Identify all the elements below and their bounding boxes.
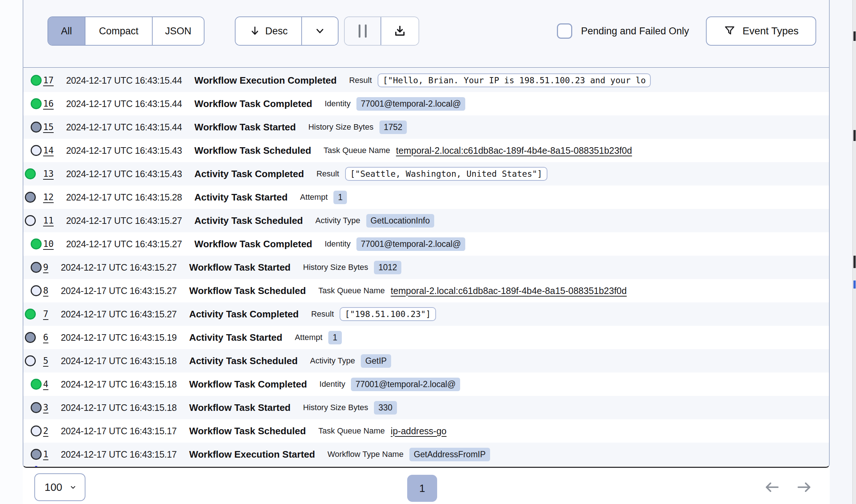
event-name: Workflow Task Started xyxy=(189,402,291,413)
event-row[interactable]: 6 2024-12-17 UTC 16:43:15.19 Activity Ta… xyxy=(23,326,829,349)
event-row[interactable]: 4 2024-12-17 UTC 16:43:15.18 Workflow Ta… xyxy=(23,373,829,396)
event-attribute-value: GetAddressFromIP xyxy=(409,448,490,461)
event-status-dot xyxy=(31,449,42,460)
event-id-link[interactable]: 8 xyxy=(43,286,48,296)
view-mode-segmented-control: All Compact JSON xyxy=(47,16,205,46)
event-id-link[interactable]: 7 xyxy=(43,309,48,319)
event-attribute-value[interactable]: temporal-2.local:c61db8ac-189f-4b4e-8a15… xyxy=(396,145,632,156)
event-status-dot xyxy=(31,98,42,109)
event-attribute-value[interactable]: temporal-2.local:c61db8ac-189f-4b4e-8a15… xyxy=(391,286,627,296)
event-name: Workflow Task Completed xyxy=(194,238,312,250)
event-timestamp: 2024-12-17 UTC 16:43:15.18 xyxy=(61,402,176,413)
event-status-dot xyxy=(31,145,42,156)
tab-all[interactable]: All xyxy=(48,17,85,45)
event-name: Activity Task Scheduled xyxy=(189,355,298,367)
event-history-toolbar: All Compact JSON Desc xyxy=(23,0,829,68)
event-id-link[interactable]: 5 xyxy=(43,356,48,366)
filter-funnel-icon xyxy=(723,25,736,37)
event-id-link[interactable]: 10 xyxy=(43,239,54,249)
sort-order-control: Desc xyxy=(235,16,339,46)
tab-compact[interactable]: Compact xyxy=(85,17,152,45)
sort-options-dropdown-button[interactable] xyxy=(301,17,338,45)
event-row[interactable]: 2 2024-12-17 UTC 16:43:15.17 Workflow Ta… xyxy=(23,419,829,443)
event-row[interactable]: 16 2024-12-17 UTC 16:43:15.44 Workflow T… xyxy=(23,92,829,115)
event-row[interactable]: 7 2024-12-17 UTC 16:43:15.27 Activity Ta… xyxy=(23,302,829,326)
event-status-dot xyxy=(31,425,42,436)
event-attribute-value: ["Hello, Brian. Your IP is 198.51.100.23… xyxy=(378,73,651,87)
event-row[interactable]: 8 2024-12-17 UTC 16:43:15.27 Workflow Ta… xyxy=(23,279,829,302)
page-right-panel xyxy=(830,0,856,504)
event-status-dot xyxy=(31,402,42,413)
next-page-icon[interactable] xyxy=(795,478,813,496)
event-timestamp: 2024-12-17 UTC 16:43:15.18 xyxy=(61,356,176,366)
event-id-link[interactable]: 17 xyxy=(43,75,54,85)
event-attribute-label: Task Queue Name xyxy=(318,286,385,295)
event-timestamp: 2024-12-17 UTC 16:43:15.43 xyxy=(66,145,182,156)
event-attribute-value: ["198.51.100.23"] xyxy=(340,307,436,321)
event-attribute-label: Result xyxy=(311,309,334,319)
event-row[interactable]: 3 2024-12-17 UTC 16:43:15.18 Workflow Ta… xyxy=(23,396,829,419)
scrollbar-track[interactable] xyxy=(852,0,856,504)
event-timestamp: 2024-12-17 UTC 16:43:15.44 xyxy=(66,99,182,109)
pause-download-control xyxy=(344,16,419,46)
pending-failed-label: Pending and Failed Only xyxy=(581,26,689,37)
event-types-label: Event Types xyxy=(742,25,799,37)
pause-button[interactable] xyxy=(345,17,381,45)
download-button[interactable] xyxy=(381,17,419,45)
previous-page-icon[interactable] xyxy=(763,478,781,496)
event-name: Activity Task Started xyxy=(189,332,282,343)
event-attribute-value: 1 xyxy=(333,191,347,204)
event-id-link[interactable]: 3 xyxy=(43,402,48,413)
event-timestamp: 2024-12-17 UTC 16:43:15.43 xyxy=(66,169,182,179)
current-page-button[interactable]: 1 xyxy=(407,475,437,502)
event-id-link[interactable]: 2 xyxy=(43,426,48,436)
page-size-select[interactable]: 100 xyxy=(34,473,85,501)
event-name: Workflow Task Scheduled xyxy=(189,425,306,437)
event-name: Workflow Execution Started xyxy=(189,449,315,460)
event-name: Activity Task Started xyxy=(194,192,287,203)
event-id-link[interactable]: 14 xyxy=(43,145,54,156)
scrollbar-mark xyxy=(853,130,856,141)
event-row[interactable]: 13 2024-12-17 UTC 16:43:15.43 Activity T… xyxy=(23,162,829,186)
event-row[interactable]: 15 2024-12-17 UTC 16:43:15.44 Workflow T… xyxy=(23,115,829,139)
event-status-dot xyxy=(31,262,42,273)
event-name: Workflow Task Completed xyxy=(189,379,307,390)
event-status-dot xyxy=(31,238,42,249)
event-id-link[interactable]: 4 xyxy=(43,379,48,389)
event-types-button[interactable]: Event Types xyxy=(706,16,816,46)
event-id-link[interactable]: 11 xyxy=(43,215,54,226)
event-id-link[interactable]: 13 xyxy=(43,169,54,179)
event-timestamp: 2024-12-17 UTC 16:43:15.27 xyxy=(61,286,176,296)
event-row[interactable]: 1 2024-12-17 UTC 16:43:15.17 Workflow Ex… xyxy=(23,443,829,466)
arrow-down-icon xyxy=(249,25,261,37)
event-attribute-value[interactable]: ip-address-go xyxy=(391,426,447,436)
event-status-dot xyxy=(25,215,36,226)
event-row[interactable]: 10 2024-12-17 UTC 16:43:15.27 Workflow T… xyxy=(23,232,829,256)
sort-desc-button[interactable]: Desc xyxy=(236,17,301,45)
event-status-dot xyxy=(31,285,42,296)
event-status-dot xyxy=(31,75,42,86)
event-status-dot xyxy=(25,355,36,366)
event-status-dot xyxy=(25,168,36,179)
tab-json[interactable]: JSON xyxy=(152,17,204,45)
event-id-link[interactable]: 9 xyxy=(43,262,48,272)
event-row[interactable]: 12 2024-12-17 UTC 16:43:15.28 Activity T… xyxy=(23,186,829,209)
event-id-link[interactable]: 15 xyxy=(43,122,54,132)
event-row[interactable]: 17 2024-12-17 UTC 16:43:15.44 Workflow E… xyxy=(23,69,829,92)
event-timestamp: 2024-12-17 UTC 16:43:15.28 xyxy=(66,192,182,203)
event-row[interactable]: 14 2024-12-17 UTC 16:43:15.43 Workflow T… xyxy=(23,139,829,162)
event-name: Workflow Task Scheduled xyxy=(189,285,306,297)
event-row[interactable]: 9 2024-12-17 UTC 16:43:15.27 Workflow Ta… xyxy=(23,256,829,279)
event-id-link[interactable]: 16 xyxy=(43,99,54,109)
pending-failed-checkbox[interactable] xyxy=(557,23,572,39)
scrollbar-mark xyxy=(853,31,856,41)
event-timestamp: 2024-12-17 UTC 16:43:15.27 xyxy=(66,215,182,226)
chevron-down-icon xyxy=(314,25,326,37)
event-id-link[interactable]: 1 xyxy=(43,449,48,459)
event-row[interactable]: 5 2024-12-17 UTC 16:43:15.18 Activity Ta… xyxy=(23,349,829,373)
event-id-link[interactable]: 6 xyxy=(43,332,48,343)
event-attribute-label: Activity Type xyxy=(310,356,355,366)
chevron-down-icon xyxy=(69,483,77,492)
event-id-link[interactable]: 12 xyxy=(43,192,54,202)
event-row[interactable]: 11 2024-12-17 UTC 16:43:15.27 Activity T… xyxy=(23,209,829,232)
